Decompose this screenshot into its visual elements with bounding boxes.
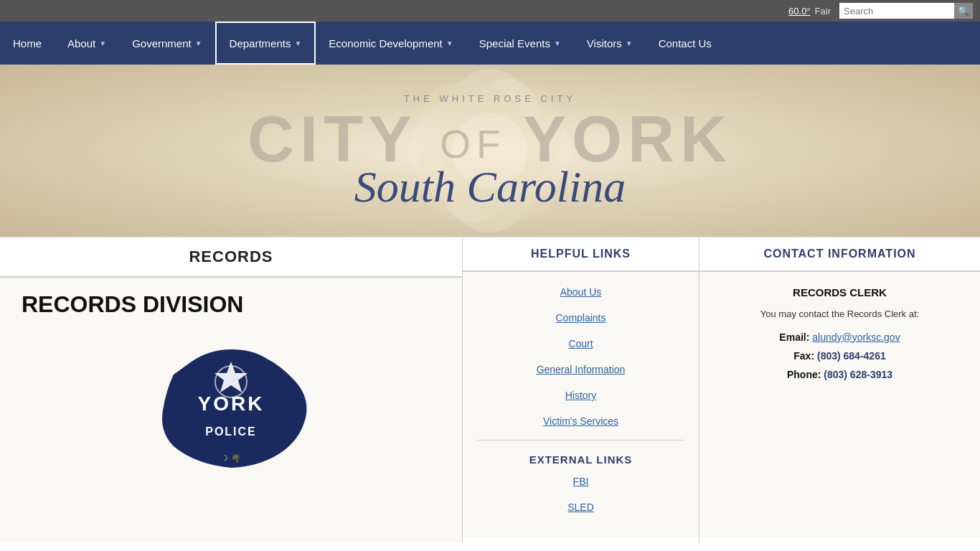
contact-title: CONTACT INFORMATION	[699, 248, 980, 260]
records-column: Records RECORDS DIVISION YORK POLICE	[0, 237, 463, 543]
clerk-title: RECORDS CLERK	[712, 286, 967, 298]
of-text: of	[440, 121, 523, 166]
helpful-link-history[interactable]: History	[463, 382, 699, 408]
helpful-links-header: HELPFUL LINKS	[463, 237, 699, 272]
records-header: Records	[0, 237, 462, 278]
main-nav: Home About ▼ Government ▼ Departments ▼ …	[0, 22, 980, 65]
hero-text-block: The White Rose City CITY of YORK South C…	[248, 93, 732, 209]
hero-city-title: CITY of YORK	[248, 107, 732, 171]
helpful-links-body: About Us Complaints Court General Inform…	[463, 272, 699, 537]
helpful-link-fbi[interactable]: FBI	[463, 468, 699, 494]
records-body: RECORDS DIVISION YORK POLICE ☽ 🌴	[0, 278, 462, 543]
nav-government[interactable]: Government ▼	[119, 22, 215, 65]
chevron-down-icon: ▼	[294, 39, 301, 47]
hero-subtitle: The White Rose City	[248, 93, 732, 104]
contact-column: CONTACT INFORMATION RECORDS CLERK You ma…	[699, 237, 980, 543]
top-bar: 60.0° Fair 🔍	[0, 0, 980, 22]
weather-info: 60.0° Fair	[788, 6, 831, 17]
helpful-link-general-information[interactable]: General Information	[463, 357, 699, 382]
contact-fax-line: Fax: (803) 684-4261	[712, 350, 967, 362]
helpful-links-title: HELPFUL LINKS	[463, 248, 699, 260]
nav-visitors[interactable]: Visitors ▼	[574, 22, 646, 65]
email-link[interactable]: alundy@yorksc.gov	[812, 331, 900, 343]
search-button[interactable]: 🔍	[954, 3, 973, 19]
chevron-down-icon: ▼	[195, 39, 202, 47]
police-badge-area: YORK POLICE ☽ 🌴	[22, 331, 440, 475]
helpful-divider	[477, 440, 684, 441]
helpful-link-complaints[interactable]: Complaints	[463, 305, 699, 331]
nav-departments[interactable]: Departments ▼	[215, 22, 316, 65]
external-links-label: EXTERNAL LINKS	[463, 446, 699, 468]
contact-email-line: Email: alundy@yorksc.gov	[712, 331, 967, 343]
contact-header: CONTACT INFORMATION	[699, 237, 980, 272]
svg-text:POLICE: POLICE	[205, 425, 257, 438]
helpful-link-victims-services[interactable]: Victim's Services	[463, 408, 699, 434]
nav-special-events[interactable]: Special Events ▼	[466, 22, 574, 65]
fax-value: (803) 684-4261	[817, 350, 886, 362]
nav-home[interactable]: Home	[0, 22, 55, 65]
nav-economic-development[interactable]: Economic Development ▼	[316, 22, 466, 65]
phone-label: Phone:	[787, 369, 821, 380]
search-input[interactable]	[839, 3, 954, 19]
chevron-down-icon: ▼	[99, 39, 106, 47]
chevron-down-icon: ▼	[626, 39, 633, 47]
contact-description: You may contact the Records Clerk at:	[712, 307, 967, 321]
contact-body: RECORDS CLERK You may contact the Record…	[699, 272, 980, 537]
contact-phone-line: Phone: (803) 628-3913	[712, 369, 967, 380]
records-title: Records	[0, 248, 462, 266]
svg-text:YORK: YORK	[198, 392, 265, 415]
hero-banner: The White Rose City CITY of YORK South C…	[0, 65, 980, 237]
chevron-down-icon: ▼	[446, 39, 453, 47]
helpful-links-column: HELPFUL LINKS About Us Complaints Court …	[463, 237, 699, 543]
nav-about[interactable]: About ▼	[55, 22, 119, 65]
helpful-link-sled[interactable]: SLED	[463, 494, 699, 520]
phone-value: (803) 628-3913	[824, 369, 892, 380]
helpful-link-court[interactable]: Court	[463, 331, 699, 357]
police-badge-svg: YORK POLICE ☽ 🌴	[152, 331, 310, 475]
search-form[interactable]: 🔍	[839, 3, 973, 19]
fax-label: Fax:	[793, 350, 814, 362]
svg-text:☽ 🌴: ☽ 🌴	[221, 453, 240, 463]
weather-condition: Fair	[815, 6, 831, 17]
records-division-title: RECORDS DIVISION	[22, 292, 440, 317]
chevron-down-icon: ▼	[554, 39, 561, 47]
main-content: Records RECORDS DIVISION YORK POLICE	[0, 237, 980, 543]
email-label: Email:	[779, 331, 809, 343]
nav-contact[interactable]: Contact Us	[646, 22, 725, 65]
temperature[interactable]: 60.0°	[788, 6, 811, 17]
helpful-link-about-us[interactable]: About Us	[463, 279, 699, 305]
